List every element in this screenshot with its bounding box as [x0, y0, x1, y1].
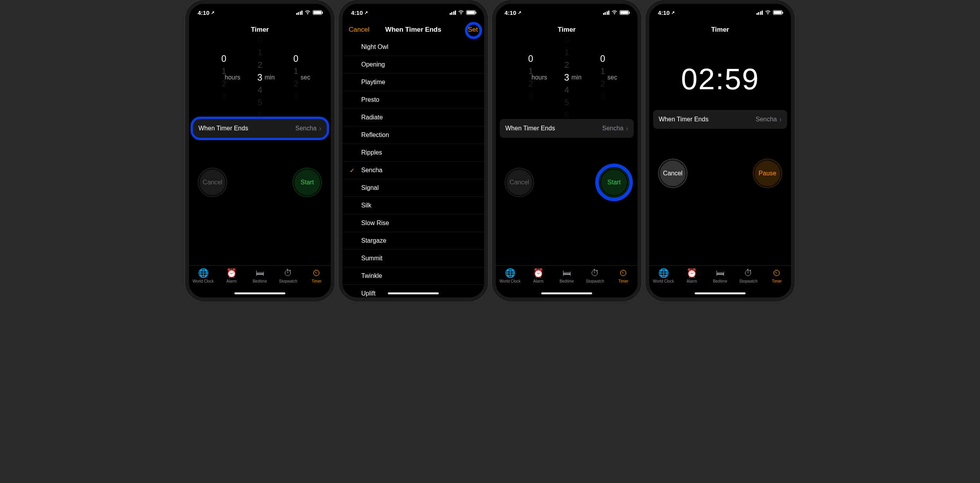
sound-label: Radiate — [361, 114, 383, 121]
notch — [531, 4, 602, 15]
sound-option[interactable]: Reflection — [342, 126, 484, 144]
sound-label: Twinkle — [361, 272, 382, 279]
home-indicator[interactable] — [388, 292, 439, 294]
phone-frame: 4:10↗ Timer 0 1 2 3 hours 0 1 2 3 4 — [185, 0, 335, 301]
sound-option[interactable]: Slow Rise — [342, 214, 484, 232]
location-icon: ↗ — [518, 10, 521, 15]
sound-option[interactable]: Silk — [342, 197, 484, 214]
nav-title: Timer — [251, 26, 269, 34]
sound-option[interactable]: Presto — [342, 91, 484, 109]
tab-alarm[interactable]: ⏰Alarm — [525, 268, 552, 283]
when-timer-ends-label: When Timer Ends — [198, 125, 248, 132]
tab-timer[interactable]: ⏲Timer — [303, 268, 330, 283]
sound-label: Uplift — [361, 290, 375, 297]
tab-timer[interactable]: ⏲Timer — [610, 268, 637, 283]
nav-bar: Timer — [649, 21, 791, 38]
tab-bedtime[interactable]: 🛏Bedtime — [553, 268, 580, 283]
when-timer-ends-row[interactable]: When Timer Ends Sencha› — [193, 119, 327, 138]
chevron-right-icon: › — [319, 124, 321, 133]
picker-seconds[interactable]: 0 1 2 3 sec — [587, 46, 618, 109]
cellular-icon — [603, 11, 610, 15]
sound-option[interactable]: Opening — [342, 56, 484, 74]
countdown-display: 02:59 — [649, 62, 791, 96]
sound-option[interactable]: Ripples — [342, 144, 484, 162]
wifi-icon — [458, 10, 464, 15]
sound-label: Reflection — [361, 132, 389, 139]
tab-bedtime[interactable]: 🛏Bedtime — [707, 268, 733, 283]
picker-minutes[interactable]: 0 1 2 3 4 5 6 min — [244, 46, 276, 109]
tab-world-clock[interactable]: 🌐World Clock — [497, 268, 523, 283]
sound-option[interactable]: Playtime — [342, 74, 484, 91]
phone-frame: 4:10↗ Timer 02:59 When Timer Ends Sencha… — [645, 0, 795, 301]
globe-icon: 🌐 — [505, 268, 515, 278]
tab-alarm[interactable]: ⏰Alarm — [218, 268, 245, 283]
status-time: 4:10 — [504, 9, 516, 16]
tab-timer[interactable]: ⏲Timer — [764, 268, 790, 283]
home-indicator[interactable] — [541, 292, 592, 294]
screen-sound-picker: 4:10↗ Cancel When Timer Ends Set Night O… — [342, 4, 484, 297]
sound-label: Summit — [361, 255, 382, 262]
sound-label: Playtime — [361, 79, 385, 86]
screen-timer-running: 4:10↗ Timer 02:59 When Timer Ends Sencha… — [649, 4, 791, 297]
phone-frame: 4:10↗ Cancel When Timer Ends Set Night O… — [339, 0, 488, 301]
sound-option[interactable]: Signal — [342, 179, 484, 197]
tab-world-clock[interactable]: 🌐World Clock — [650, 268, 677, 283]
cancel-button[interactable]: Cancel — [658, 159, 688, 188]
when-timer-ends-row[interactable]: When Timer Ends Sencha› — [500, 119, 634, 138]
sound-option[interactable]: Uplift — [342, 285, 484, 297]
sound-option[interactable]: Twinkle — [342, 267, 484, 285]
sound-option[interactable]: Summit — [342, 250, 484, 267]
tab-alarm[interactable]: ⏰Alarm — [679, 268, 705, 283]
status-time: 4:10 — [198, 9, 209, 16]
battery-icon — [466, 10, 476, 15]
nav-title: When Timer Ends — [385, 26, 441, 34]
location-icon: ↗ — [671, 10, 675, 15]
tab-stopwatch[interactable]: ⏱Stopwatch — [582, 268, 608, 283]
wifi-icon — [611, 10, 618, 15]
sound-option[interactable]: Stargaze — [342, 232, 484, 250]
bed-icon: 🛏 — [715, 268, 725, 278]
bed-icon: 🛏 — [562, 268, 572, 278]
when-timer-ends-row[interactable]: When Timer Ends Sencha› — [653, 110, 787, 129]
when-timer-ends-label: When Timer Ends — [505, 125, 555, 132]
nav-title: Timer — [558, 26, 576, 34]
notch — [225, 4, 295, 15]
tab-stopwatch[interactable]: ⏱Stopwatch — [735, 268, 762, 283]
sound-label: Night Owl — [361, 43, 388, 50]
picker-hours[interactable]: 0 1 2 3 hours — [208, 46, 240, 109]
sound-label: Sencha — [361, 167, 382, 174]
timer-icon: ⏲ — [618, 268, 629, 278]
nav-bar: Cancel When Timer Ends Set — [342, 21, 484, 38]
picker-minutes[interactable]: 0 1 2 3 4 5 6 min — [551, 46, 582, 109]
bed-icon: 🛏 — [255, 268, 265, 278]
screen-timer-setup: 4:10↗ Timer 0 1 2 3 hours 0 1 2 3 4 — [496, 4, 638, 297]
highlight-annotation — [595, 164, 633, 201]
start-button[interactable]: Start — [599, 168, 629, 197]
location-icon: ↗ — [364, 10, 368, 15]
sound-label: Opening — [361, 61, 385, 68]
tab-world-clock[interactable]: 🌐World Clock — [190, 268, 216, 283]
picker-hours[interactable]: 0 1 2 3 hours — [515, 46, 546, 109]
sound-list[interactable]: Night OwlOpeningPlaytimePrestoRadiateRef… — [342, 38, 484, 297]
location-icon: ↗ — [211, 10, 214, 15]
battery-icon — [773, 10, 782, 15]
start-button[interactable]: Start — [292, 168, 322, 197]
home-indicator[interactable] — [234, 292, 285, 294]
timer-picker[interactable]: 0 1 2 3 hours 0 1 2 3 4 5 6 min 0 1 2 3 — [189, 42, 331, 113]
sound-label: Stargaze — [361, 237, 386, 244]
sound-option[interactable]: ✓Sencha — [342, 162, 484, 179]
when-timer-ends-value: Sencha — [602, 125, 623, 132]
picker-seconds[interactable]: 0 1 2 3 sec — [280, 46, 312, 109]
cancel-button[interactable]: Cancel — [349, 26, 369, 34]
home-indicator[interactable] — [695, 292, 746, 294]
nav-title: Timer — [711, 26, 729, 34]
tab-stopwatch[interactable]: ⏱Stopwatch — [275, 268, 301, 283]
pause-button[interactable]: Pause — [753, 159, 782, 188]
sound-option[interactable]: Radiate — [342, 109, 484, 126]
timer-picker[interactable]: 0 1 2 3 hours 0 1 2 3 4 5 6 min 0 1 2 3 — [496, 42, 638, 113]
sound-label: Silk — [361, 202, 371, 209]
cellular-icon — [450, 11, 456, 15]
sound-option[interactable]: Night Owl — [342, 38, 484, 56]
tab-bedtime[interactable]: 🛏Bedtime — [247, 268, 273, 283]
stopwatch-icon: ⏱ — [743, 268, 753, 278]
